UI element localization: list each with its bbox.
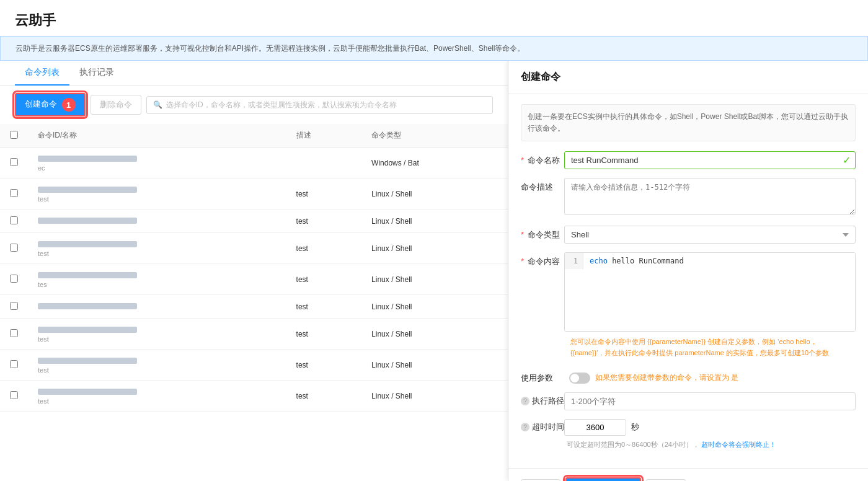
code-editor[interactable]: 1 echo hello RunCommand <box>564 252 856 332</box>
id-blurred <box>38 272 137 278</box>
step1-badge: 1 <box>62 98 76 112</box>
exec-path-label: ? 执行路径 <box>521 395 564 407</box>
command-table-wrapper: 命令ID/名称 描述 命令类型 ecWindows / Bat testtest… <box>0 124 508 481</box>
timeout-unit: 秒 <box>631 421 639 433</box>
cell-desc: test <box>286 210 362 233</box>
page-container: 云助手 云助手是云服务器ECS原生的运维部署服务，支持可视化控制台和API操作。… <box>0 0 868 481</box>
id-blurred <box>38 241 137 247</box>
form-item-use-param: 使用参数 如果您需要创建带参数的命令，请设置为 是 <box>521 373 856 384</box>
exec-path-info-icon[interactable]: ? <box>521 397 529 405</box>
id-blurred <box>38 389 137 395</box>
command-type-select[interactable]: Shell Windows / Bat Linux / Shell <box>564 226 856 244</box>
row-name: test <box>38 335 277 343</box>
content-label: * 命令内容 <box>521 252 564 267</box>
create-command-button[interactable]: 创建命令 1 <box>15 93 86 117</box>
row-name: test <box>38 195 277 203</box>
form-item-desc: 命令描述 <box>521 178 856 217</box>
id-blurred <box>38 218 137 224</box>
timeout-hint: 可设定超时范围为0～86400秒（24小时）， 超时命令将会强制终止！ <box>521 439 856 450</box>
table-row: testtestLinux / Shell <box>0 350 508 381</box>
delete-command-button[interactable]: 删除命令 <box>91 95 141 115</box>
form-item-name: * 命令名称 ✓ <box>521 151 856 169</box>
cell-desc: test <box>286 264 362 295</box>
command-desc-textarea[interactable] <box>564 178 856 215</box>
cell-type: Linux / Shell <box>361 295 508 319</box>
cell-desc: test <box>286 381 362 412</box>
name-valid-icon: ✓ <box>843 154 851 166</box>
form-item-type: * 命令类型 Shell Windows / Bat Linux / Shell <box>521 226 856 244</box>
col-desc: 描述 <box>286 124 362 148</box>
cell-id-name: test <box>28 381 286 412</box>
tab-command-list[interactable]: 命令列表 <box>15 61 69 86</box>
table-row: testtestLinux / Shell <box>0 233 508 264</box>
row-checkbox[interactable] <box>10 189 18 197</box>
code-line-1: 1 echo hello RunCommand <box>565 253 855 269</box>
banner-text: 云助手是云服务器ECS原生的运维部署服务，支持可视化控制台和API操作。无需远程… <box>16 44 525 53</box>
command-name-input[interactable] <box>564 151 856 169</box>
cell-id-name: test <box>28 179 286 210</box>
use-param-label: 使用参数 <box>521 373 564 384</box>
cell-type: Windows / Bat <box>361 148 508 179</box>
banner: 云助手是云服务器ECS原生的运维部署服务，支持可视化控制台和API操作。无需远程… <box>0 36 868 61</box>
select-all-header <box>0 124 28 148</box>
timeout-label: ? 超时时间 <box>521 421 564 433</box>
type-label: * 命令类型 <box>521 226 564 240</box>
col-id-name: 命令ID/名称 <box>28 124 286 148</box>
cell-desc: test <box>286 233 362 264</box>
create-command-drawer: 创建命令 创建一条要在ECS实例中执行的具体命令，如Shell，Power Sh… <box>508 61 868 481</box>
id-blurred <box>38 327 137 333</box>
table-row: testtestLinux / Shell <box>0 179 508 210</box>
cell-desc <box>286 148 362 179</box>
left-panel: 命令列表 执行记录 创建命令 1 删除命令 🔍 选择命令ID，命令名称，或者类型… <box>0 61 508 481</box>
row-checkbox[interactable] <box>10 302 18 310</box>
main-content: 命令列表 执行记录 创建命令 1 删除命令 🔍 选择命令ID，命令名称，或者类型… <box>0 61 868 481</box>
drawer-title: 创建命令 <box>508 61 868 94</box>
select-all-checkbox[interactable] <box>10 131 18 139</box>
code-content: echo hello RunCommand <box>583 253 855 269</box>
cell-id-name <box>28 210 286 233</box>
cell-type: Linux / Shell <box>361 264 508 295</box>
row-checkbox[interactable] <box>10 360 18 368</box>
form-item-content: * 命令内容 1 echo hello RunCommand <box>521 252 856 363</box>
name-label: * 命令名称 <box>521 151 564 166</box>
search-placeholder: 选择命令ID，命令名称，或者类型属性项搜索，默认搜索项为命令名称 <box>166 100 397 110</box>
row-checkbox[interactable] <box>10 158 18 166</box>
cell-type: Linux / Shell <box>361 233 508 264</box>
search-box[interactable]: 🔍 选择命令ID，命令名称，或者类型属性项搜索，默认搜索项为命令名称 <box>146 96 493 114</box>
table-row: testLinux / Shell <box>0 210 508 233</box>
cell-type: Linux / Shell <box>361 179 508 210</box>
row-name: ec <box>38 164 277 172</box>
table-row: testestLinux / Shell <box>0 264 508 295</box>
id-blurred <box>38 358 137 364</box>
row-checkbox[interactable] <box>10 216 18 224</box>
exec-path-input[interactable] <box>564 392 856 410</box>
col-type: 命令类型 <box>361 124 508 148</box>
timeout-link[interactable]: 超时命令将会强制终止！ <box>701 441 776 448</box>
cell-id-name: test <box>28 350 286 381</box>
row-checkbox[interactable] <box>10 329 18 337</box>
row-checkbox[interactable] <box>10 391 18 399</box>
drawer-footer: 创建 立即执行 2 取消 <box>508 468 868 481</box>
row-checkbox[interactable] <box>10 275 18 283</box>
cell-id-name <box>28 295 286 319</box>
use-param-toggle[interactable] <box>569 373 590 384</box>
id-blurred <box>38 187 137 193</box>
desc-label: 命令描述 <box>521 178 564 193</box>
table-row: testtestLinux / Shell <box>0 319 508 350</box>
tab-execution-history[interactable]: 执行记录 <box>69 61 124 86</box>
row-name: test <box>38 250 277 257</box>
cell-desc: test <box>286 350 362 381</box>
timeout-info-icon[interactable]: ? <box>521 423 529 431</box>
cell-desc: test <box>286 179 362 210</box>
table-row: testtestLinux / Shell <box>0 381 508 412</box>
cell-desc: test <box>286 319 362 350</box>
timeout-input[interactable] <box>564 419 626 436</box>
toggle-knob <box>570 374 579 382</box>
id-blurred <box>38 303 137 309</box>
cell-id-name: test <box>28 233 286 264</box>
cell-id-name: tes <box>28 264 286 295</box>
row-name: tes <box>38 281 277 288</box>
row-checkbox[interactable] <box>10 244 18 252</box>
search-icon: 🔍 <box>153 100 162 109</box>
execute-button[interactable]: 立即执行 2 <box>565 477 641 481</box>
